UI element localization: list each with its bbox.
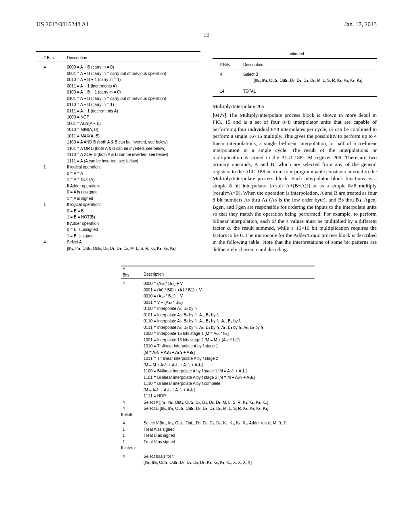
adder-logic-table-cont: # Bits Description 4 Select B [In₁, In₂,…: [213, 58, 377, 97]
desc-cell: 0100 = Interpolate A₀, B₀ by f₀: [142, 305, 315, 312]
table-header-desc: Description: [242, 58, 377, 69]
desc-cell: 1101 = Bi-linear interpolate A by f stag…: [142, 374, 315, 381]
table-header-bits: #Bits: [121, 266, 142, 278]
multiply-interpolate-table: #Bits Description 4 0000 = (A₁₀ * B₁₀) +…: [121, 266, 315, 466]
desc-cell: 0011 = V − (A₁₀ * B₁₀): [142, 299, 315, 306]
if-interp-label: If Interp:: [121, 445, 315, 451]
desc-cell: 0010 = (A₁₀ * B₁₀) − V: [142, 293, 315, 299]
desc-cell: 0111 = A − 1 (decrements A): [65, 108, 200, 114]
page-number: 19: [36, 31, 377, 39]
desc-cell: [In₁, In₂, Out₁, Out₂, D₀, D₁, D₂, D₃, M…: [242, 77, 377, 86]
section-title: Multiply/Interpolate 205: [213, 103, 377, 110]
desc-cell: If logical operation:: [65, 164, 200, 170]
bits-cell: 4: [213, 69, 242, 77]
page-header: US 2013/0016248 A1 Jan. 17, 2013: [36, 20, 377, 28]
paragraph-text: The Multiply/Interpolate process block i…: [213, 112, 377, 252]
desc-cell: 1011 = MAX(A, B): [65, 133, 200, 139]
publication-date: Jan. 17, 2013: [344, 20, 377, 28]
bits-cell: 1: [121, 426, 142, 433]
desc-cell: 1 = A is signed: [65, 195, 200, 202]
desc-cell: 0010 = A + B + 1 (carry in = 1): [65, 77, 200, 83]
left-column: # Bits Description 4 0000 = A + B (carry…: [36, 51, 200, 254]
desc-cell: 0001 = (A0 * B0) + (A1 * B1) + V: [142, 287, 315, 293]
multiply-interpolate-table-wrap: #Bits Description 4 0000 = (A₁₀ * B₁₀) +…: [121, 266, 377, 466]
bits-cell: 4: [121, 405, 142, 412]
desc-cell: 0 = A = A: [65, 170, 200, 177]
desc-cell: Select basis for f: [142, 451, 315, 460]
desc-cell: 1100 = Bi-linear interpolate A by f stag…: [142, 368, 315, 374]
desc-cell: 0000 = (A₁₀ * B₁₀) + V: [142, 278, 315, 287]
bits-cell: 1: [36, 202, 65, 208]
desc-cell: 0 = B = B: [65, 208, 200, 214]
bits-cell: 4: [36, 239, 65, 245]
desc-cell: [M = M + A₀f₀ + A₁f₁ + A₂f₂ + A₃f₃]: [142, 362, 315, 368]
bits-cell: 4: [121, 451, 142, 460]
desc-cell: 0110 = A − B (carry in = 1): [65, 102, 200, 108]
desc-cell: Treat B as signed: [142, 432, 315, 439]
desc-cell: 1111 = NOP: [142, 393, 315, 399]
desc-cell: 1011 = Tri-linear interpolate A by f sta…: [142, 355, 315, 362]
desc-cell: 1000 = Interpolate 16 bits stage 1 [M = …: [142, 330, 315, 337]
desc-cell: 0011 = A + 1 (increments A): [65, 83, 200, 89]
table-header-desc: Description: [142, 266, 315, 278]
desc-cell: 1100 = A AND B (both A & B can be invert…: [65, 139, 200, 145]
bits-cell: 1: [121, 432, 142, 439]
desc-cell: Select A: [65, 239, 200, 245]
paragraph-number: [0477]: [213, 112, 227, 118]
desc-cell: [In₁, In₂, Out₁, Out₂, D₀, D₁, D₂, D₃, K…: [142, 459, 315, 466]
table-header-bits: # Bits: [213, 58, 242, 69]
right-column: -continued # Bits Description 4 Select B…: [213, 51, 377, 254]
desc-cell: 1110 = A XOR B (both A & B can be invert…: [65, 152, 200, 158]
desc-cell: Select B [In₁, In₂, Out₁, Out₂, D₀, D₁, …: [142, 405, 315, 412]
desc-cell: 0001 = A + B (carry in = carry out of pr…: [65, 71, 200, 77]
desc-cell: Select V [In₁, In₂, Out₁, Out₂, D₀, D₁, …: [142, 418, 315, 426]
desc-cell: 1010 = MIN(A, B): [65, 127, 200, 133]
desc-cell: 1001 = Interpolate 16 bits stage 2 [M = …: [142, 337, 315, 343]
bits-cell: 4: [121, 418, 142, 426]
table-header-bits: # Bits: [36, 52, 65, 62]
desc-cell: Treat V as signed: [142, 439, 315, 445]
desc-cell: [M = A₀f₀ + A₁f₁ + A₂f₂ + A₃f₃]: [142, 387, 315, 393]
desc-cell: 1101 = A OR B (both A & B can be inverte…: [65, 145, 200, 152]
desc-cell: If Adder operation:: [65, 183, 200, 189]
desc-cell: 0000 = A + B (carry in = 0): [65, 62, 200, 71]
desc-cell: 1 = B is signed: [65, 233, 200, 239]
desc-cell: 0100 = A − B − 1 (carry in = 0): [65, 89, 200, 96]
continued-label: -continued: [213, 51, 377, 57]
desc-cell: 1111 = A (A can be inverted, see below): [65, 158, 200, 164]
adder-logic-table: # Bits Description 4 0000 = A + B (carry…: [36, 51, 200, 254]
desc-cell: 0101 = A − B (carry in = carry out of pr…: [65, 96, 200, 102]
bits-cell: 4: [121, 278, 142, 287]
desc-cell: 1000 = NOP: [65, 114, 200, 121]
desc-cell: Select B: [242, 69, 377, 77]
desc-cell: 0101 = Interpolate A₀, B₀ by f₀, A₁, B₁ …: [142, 312, 315, 318]
bits-cell: 14: [213, 86, 242, 97]
bits-cell: 4: [121, 399, 142, 406]
desc-cell: Treat A as signed: [142, 426, 315, 433]
desc-cell: [M = A₀f₀ + A₁f₁ + A₂f₂ + A₃f₃]: [142, 349, 315, 356]
publication-number: US 2013/0016248 A1: [36, 20, 89, 28]
desc-cell: 0111 = Interpolate A₀, B₀ by f₀, A₁, B₁ …: [142, 324, 315, 331]
desc-cell: TOTAL: [242, 86, 377, 97]
paragraph: [0477]The Multiply/Interpolate process b…: [213, 112, 377, 253]
desc-cell: 1001 = ABS(A − B): [65, 121, 200, 127]
desc-cell: 1110 = Bi-linear interpolate A by f comp…: [142, 380, 315, 387]
desc-cell: 0 = B is unsigned: [65, 227, 200, 233]
desc-cell: If logical operation:: [65, 202, 200, 208]
desc-cell: 1 = B = NOT(B): [65, 214, 200, 220]
desc-cell: [In₁, In₂, Out₁, Out₂, D₀, D₁, D₂, D₃, M…: [65, 245, 200, 254]
desc-cell: 0110 = Interpolate A₀, B₀ by f₀, A₁, B₁ …: [142, 318, 315, 324]
desc-cell: Select A [In₁, In₂, Out₁, Out₂, D₀, D₁, …: [142, 399, 315, 406]
desc-cell: 0 = A is unsigned: [65, 189, 200, 195]
table-header-desc: Description: [65, 52, 200, 62]
desc-cell: If Adder operation: [65, 220, 200, 227]
bits-cell: 1: [121, 439, 142, 445]
if-mult-label: If Mult:: [121, 412, 315, 418]
bits-cell: 4: [36, 62, 65, 71]
desc-cell: 1010 = Tri-linear interpolate A by f sta…: [142, 343, 315, 349]
bits-cell: 1: [36, 164, 65, 170]
desc-cell: 1 = A = NOT(A): [65, 177, 200, 183]
